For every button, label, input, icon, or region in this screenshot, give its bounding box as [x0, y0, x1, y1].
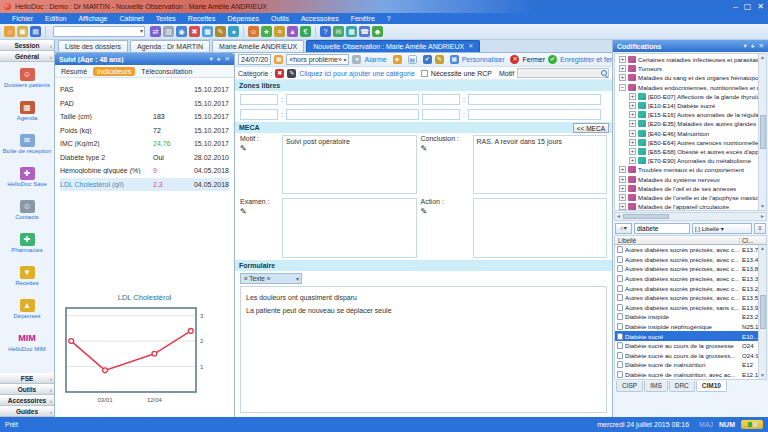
expand-icon[interactable]: + [629, 148, 636, 155]
expand-icon[interactable]: + [619, 74, 626, 81]
tab-3[interactable]: Nouvelle Observation : Marie Amélie ANDR… [306, 40, 480, 52]
tree-node[interactable]: +[E20-E35] Maladies des autres glandes e… [615, 119, 766, 128]
search-icon[interactable] [601, 70, 607, 76]
result-row[interactable]: Autres diabètes sucrés précisés, sans c.… [615, 303, 766, 313]
alarme-button[interactable]: Alarme [364, 56, 386, 63]
tree-node[interactable]: +[E40-E46] Malnutrition [615, 129, 766, 138]
sidebar-item-recettes[interactable]: ▼Recettes [0, 260, 54, 293]
problem-selector-dropdown[interactable]: «hors problème» [286, 54, 349, 65]
result-row[interactable]: Autres diabètes sucrés précisés, avec c.… [615, 293, 766, 303]
pin-icon[interactable]: + [217, 56, 221, 63]
menu-item-9[interactable]: Fenêtre [345, 13, 381, 24]
zone-libre-input[interactable] [240, 94, 278, 105]
indicator-row[interactable]: Taille (cm)18315.10.2017 [60, 110, 229, 124]
zone-libre-input[interactable] [422, 109, 460, 120]
expand-icon[interactable]: + [619, 176, 626, 183]
expand-icon[interactable]: + [619, 56, 626, 63]
tree-node[interactable]: +Certaines maladies infectieuses et para… [615, 55, 766, 64]
rcp-checkbox[interactable] [421, 70, 428, 77]
menu-item-4[interactable]: Textes [150, 13, 182, 24]
zone-libre-input[interactable] [286, 94, 419, 105]
formulaire-textarea[interactable]: Les douleurs ont quasiment disparuLa pat… [240, 286, 607, 413]
menu-item-2[interactable]: Affichage [72, 13, 113, 24]
sidebar-item-contacts[interactable]: ☺Contacts [0, 194, 54, 227]
alarm-icon[interactable]: ● [352, 55, 361, 64]
zone-libre-input[interactable] [422, 94, 460, 105]
examen-textarea[interactable] [282, 198, 417, 258]
motif-textarea[interactable]: Suivi post opératoire [282, 135, 417, 194]
close-icon[interactable]: ✕ [468, 41, 473, 52]
column-libelle[interactable]: Libellé [615, 237, 740, 244]
classification-tab-cisp[interactable]: CISP [616, 381, 643, 392]
menu-item-10[interactable]: ? [381, 13, 397, 24]
classification-tab-drc[interactable]: DRC [669, 381, 695, 392]
toolbar-open-cabinet-icon[interactable]: ▣ [17, 26, 28, 37]
toolbar-session-icon[interactable]: ⌂ [4, 26, 15, 37]
menu-item-8[interactable]: Accessoires [295, 13, 345, 24]
binoculars-icon[interactable]: ⌕▾ [615, 223, 632, 234]
expand-icon[interactable]: + [619, 65, 626, 72]
menu-item-6[interactable]: Dépenses [221, 13, 265, 24]
sidebar-item-depenses[interactable]: ▲Dépenses [0, 293, 54, 326]
toolbar-link-icon[interactable]: ⇄ [150, 26, 161, 37]
document-icon[interactable]: ▤ [408, 55, 417, 64]
zone-libre-input[interactable] [240, 109, 278, 120]
expand-icon[interactable]: + [629, 139, 636, 146]
collapse-icon[interactable]: − [619, 84, 626, 91]
sidebar-section-guides[interactable]: Guides [0, 406, 54, 417]
expand-icon[interactable]: + [619, 166, 626, 173]
toolbar-statistics-icon[interactable]: ▲ [287, 26, 298, 37]
handwriting-icon[interactable]: ✎ [421, 144, 428, 153]
seal-icon[interactable]: ◈ [393, 55, 402, 64]
sidebar-item-boite-de-reception[interactable]: ✉Boîte de réception [0, 128, 54, 161]
pin-icon[interactable]: + [751, 43, 755, 50]
sidebar-section-accessoires[interactable]: Accessoires [0, 395, 54, 406]
expand-icon[interactable]: + [629, 102, 636, 109]
sidebar-section-session[interactable]: Session [0, 40, 54, 51]
menu-item-1[interactable]: Edition [39, 13, 72, 24]
tab-1[interactable]: Agenda : Dr MARTIN [130, 40, 210, 52]
toolbar-euro-icon[interactable]: € [300, 26, 311, 37]
motif-filter-input[interactable] [517, 68, 609, 78]
tree-node[interactable]: +[E65-E68] Obésité et autres excès d'app… [615, 147, 766, 156]
result-row[interactable]: Diabète insipideE23.2 [615, 312, 766, 322]
classification-tab-cim10[interactable]: CIM10 [696, 381, 727, 392]
sidebar-section-general[interactable]: Général [0, 51, 54, 62]
tree-node[interactable]: +Maladies de l'appareil circulatoire [615, 202, 766, 211]
tree-scrollbar[interactable]: ▲▼ [758, 54, 766, 210]
menu-item-5[interactable]: Recettes [182, 13, 222, 24]
sidebar-item-pharmacies[interactable]: ✚Pharmacies [0, 227, 54, 260]
handwriting-icon[interactable]: ✎ [421, 207, 428, 216]
fermer-button[interactable]: Fermer [522, 56, 545, 63]
close-icon[interactable]: ✕ [757, 1, 764, 12]
handwriting-icon[interactable]: ✎ [240, 144, 247, 153]
sidebar-item-hellodoc-save[interactable]: ✚HelloDoc Save [0, 161, 54, 194]
toolbar-help-icon[interactable]: ? [320, 26, 331, 37]
sidebar-item-hellodoc-mim[interactable]: MIMHelloDoc MIM [0, 326, 54, 359]
libelle-filter-dropdown[interactable]: [ ] Libellé ▾ [692, 223, 752, 234]
toolbar-preview-icon[interactable]: ◉ [176, 26, 187, 37]
tree-node[interactable]: +[E00-E07] Affections de la glande thyro… [615, 92, 766, 101]
result-row[interactable]: Diabète sucré de malnutrition, avec ac..… [615, 370, 766, 380]
sign-icon[interactable]: ✎ [435, 55, 444, 64]
toolbar-agenda-icon[interactable]: ▦ [346, 26, 357, 37]
toolbar-paste-icon[interactable]: ✎ [215, 26, 226, 37]
toolbar-print-icon[interactable]: ▥ [163, 26, 174, 37]
toolbar-contact-icon[interactable]: ☎ [359, 26, 370, 37]
toolbar-copy-icon[interactable]: ▦ [202, 26, 213, 37]
indicator-row[interactable]: LDL Cholestérol (g/l)2,304.05.2018 [60, 178, 229, 192]
result-row[interactable]: Autres diabètes sucrés précisés, avec c.… [615, 245, 766, 255]
tree-node[interactable]: −Maladies endocriniennes, nutritionnelle… [615, 83, 766, 92]
toolbar-patient-record-icon[interactable]: ☺ [248, 26, 259, 37]
meca-collapse-button[interactable]: << MECA [573, 123, 609, 133]
add-categorie-link[interactable]: Cliquez ici pour ajouter une catégorie [299, 70, 415, 77]
menu-item-3[interactable]: Cabinet [113, 13, 149, 24]
close-icon[interactable]: ✕ [759, 42, 764, 50]
expand-icon[interactable]: + [619, 194, 626, 201]
tree-node[interactable]: +[E10-E14] Diabète sucré [615, 101, 766, 110]
tree-node[interactable]: +Maladies de l'œil et de ses annexes [615, 184, 766, 193]
expand-icon[interactable]: + [619, 185, 626, 192]
formulaire-type-dropdown[interactable]: « Texte » [240, 273, 302, 284]
tree-node[interactable]: +[E15-E16] Autres anomalies de la régula… [615, 110, 766, 119]
calendar-icon[interactable]: ▦ [274, 55, 283, 64]
